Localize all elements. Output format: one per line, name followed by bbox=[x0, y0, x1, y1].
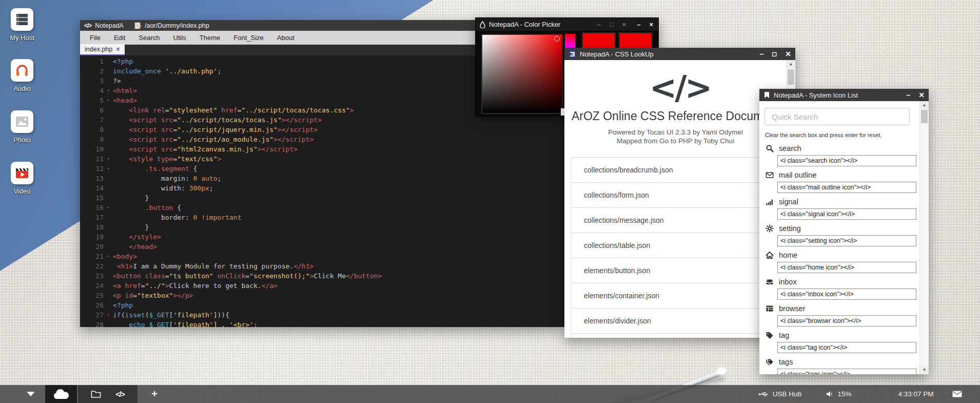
taskbar-cloud-button[interactable] bbox=[45, 385, 77, 403]
code-line[interactable]: 13 margin: 0 auto; bbox=[80, 174, 564, 183]
tab-close-icon[interactable]: × bbox=[116, 46, 120, 53]
code-line[interactable]: 16▾ .button { bbox=[80, 203, 564, 213]
saturation-value-square[interactable] bbox=[481, 34, 563, 114]
css-lookup-title: NotepadA - CSS LookUp bbox=[580, 50, 654, 58]
taskbar-collapse-button[interactable] bbox=[21, 385, 41, 403]
icon-entry-tag: tag bbox=[766, 330, 913, 353]
code-line[interactable]: 12▾ .ts.segment { bbox=[80, 164, 564, 174]
desktop-icon-photo[interactable]: Photo bbox=[0, 110, 44, 144]
icon-code-input[interactable] bbox=[777, 315, 916, 327]
code-line[interactable]: 19 </style> bbox=[80, 232, 564, 242]
lookup-item[interactable]: elements/container.json bbox=[571, 283, 780, 309]
minimize-icon[interactable]: – bbox=[637, 21, 640, 28]
lookup-item[interactable]: collections/form.json bbox=[571, 183, 780, 208]
taskbar-volume-status[interactable]: 15% bbox=[821, 385, 857, 403]
desktop-icon-my-host[interactable]: My Host bbox=[0, 8, 44, 42]
code-line[interactable]: 10 <script src="html2canvas.min.js"></sc… bbox=[80, 144, 564, 154]
icon-code-input[interactable] bbox=[777, 369, 916, 374]
taskbar-clock[interactable]: 4:33:07 PM bbox=[888, 385, 944, 403]
icon-code-input[interactable] bbox=[777, 289, 916, 300]
code-line[interactable]: 9 <script src="../script/ao_module.js"><… bbox=[80, 135, 564, 144]
code-line[interactable]: 23<button class="ts button" onClick="scr… bbox=[80, 271, 564, 281]
scroll-up-icon[interactable]: ▲ bbox=[787, 60, 795, 68]
lookup-item[interactable]: collections/breadcrumb.json bbox=[571, 158, 780, 183]
code-line[interactable]: 25<p id="textbox"></p> bbox=[80, 291, 564, 300]
icon-entry-name: setting bbox=[779, 224, 801, 233]
line-number: 23 bbox=[80, 271, 107, 281]
code-line[interactable]: 21▾<body> bbox=[80, 252, 564, 261]
maximize-icon[interactable]: ◻ bbox=[772, 51, 777, 57]
menu-item-theme[interactable]: Theme bbox=[193, 34, 227, 42]
code-line[interactable]: 8 <script src="../script/jquery.min.js">… bbox=[80, 125, 564, 135]
scrollbar-thumb[interactable] bbox=[788, 69, 794, 85]
code-line[interactable]: 14 width: 300px; bbox=[80, 183, 564, 193]
scroll-up-icon[interactable]: ▲ bbox=[920, 101, 929, 109]
code-line[interactable]: 11▾ <style type="text/css"> bbox=[80, 154, 564, 164]
icon-code-input[interactable] bbox=[777, 155, 916, 166]
fold-marker-icon[interactable]: ▾ bbox=[107, 164, 110, 174]
icon-list-scrollbar[interactable]: ▲ ▼ bbox=[919, 101, 929, 374]
lookup-item[interactable]: elements/divider.json bbox=[571, 309, 780, 334]
lookup-item[interactable]: collections/table.json bbox=[571, 233, 780, 258]
color-picker-titlebar[interactable]: NotepadA - Color Picker – □ × – × bbox=[476, 18, 658, 31]
menu-item-search[interactable]: Search bbox=[132, 34, 166, 42]
code-line[interactable]: 15 } bbox=[80, 193, 564, 203]
close-icon[interactable]: ✕ bbox=[785, 50, 791, 57]
minimize-icon[interactable]: – bbox=[597, 21, 600, 28]
scroll-down-icon[interactable]: ▼ bbox=[920, 366, 929, 374]
fold-marker-icon[interactable]: ▾ bbox=[107, 86, 110, 95]
icon-list-titlebar[interactable]: NotepadA - System Icon List – ✕ bbox=[759, 89, 929, 101]
icon-code-input[interactable] bbox=[777, 262, 916, 273]
fold-marker-icon[interactable]: ▾ bbox=[107, 203, 110, 213]
menu-item-edit[interactable]: Edit bbox=[107, 34, 132, 42]
taskbar-code-editor-button[interactable]: </> bbox=[115, 390, 124, 398]
menu-item-font_size[interactable]: Font_Size bbox=[227, 34, 270, 42]
code-line[interactable]: 20 </head> bbox=[80, 242, 564, 252]
menu-item-utils[interactable]: Utils bbox=[167, 34, 193, 42]
icon-code-input[interactable] bbox=[777, 208, 916, 220]
taskbar-add-button[interactable]: + bbox=[140, 385, 169, 403]
code-line[interactable]: 17 border: 0 !important bbox=[80, 213, 564, 222]
taskbar-usb-status[interactable]: USB Hub bbox=[749, 385, 811, 403]
close-icon[interactable]: ✕ bbox=[918, 91, 925, 99]
minimize-icon[interactable]: – bbox=[906, 91, 910, 99]
color-cursor[interactable] bbox=[554, 36, 560, 42]
scrollbar-thumb[interactable] bbox=[921, 110, 928, 123]
fold-marker-icon[interactable]: ▾ bbox=[107, 95, 110, 105]
quick-search-input[interactable] bbox=[765, 108, 910, 125]
fold-marker-icon[interactable]: ▾ bbox=[107, 310, 110, 320]
fold-marker-icon[interactable]: ▾ bbox=[107, 154, 110, 164]
taskbar: </> + USB Hub 15% 4 bbox=[0, 385, 980, 403]
close-icon[interactable]: × bbox=[649, 21, 653, 28]
desktop-icon-video[interactable]: Video bbox=[0, 162, 44, 195]
line-number: 6 bbox=[80, 105, 107, 115]
menu-item-about[interactable]: About bbox=[270, 34, 301, 42]
lookup-item[interactable]: collections/message.json bbox=[571, 208, 780, 233]
chevron-down-icon bbox=[27, 392, 35, 396]
color-picker-title: NotepadA - Color Picker bbox=[489, 21, 560, 28]
line-number: 21▾ bbox=[80, 252, 107, 261]
taskbar-messages-button[interactable] bbox=[947, 385, 967, 403]
icon-entry-name: mail outline bbox=[779, 171, 816, 179]
code-line[interactable]: 24<a href="../">Click here to get back.<… bbox=[80, 281, 564, 291]
minimize-icon[interactable]: – bbox=[760, 50, 764, 57]
desktop-icon-audio[interactable]: Audio bbox=[0, 59, 44, 92]
maximize-icon[interactable]: □ bbox=[610, 21, 614, 28]
icon-code-input[interactable] bbox=[777, 182, 916, 193]
server-icon bbox=[11, 8, 33, 31]
css-lookup-titlebar[interactable]: NotepadA - CSS LookUp – ◻ ✕ bbox=[564, 48, 795, 60]
icon-code-input[interactable] bbox=[777, 235, 916, 246]
menu-item-file[interactable]: File bbox=[83, 34, 107, 42]
code-line[interactable]: 22 <h1>I am a Dummy Module for testing p… bbox=[80, 261, 564, 271]
icon-code-input[interactable] bbox=[777, 342, 916, 353]
tab-index-php[interactable]: index.php × bbox=[80, 44, 125, 55]
code-line[interactable]: 18 } bbox=[80, 222, 564, 232]
code-line[interactable]: 27▾if(isset($_GET['filepath'])){ bbox=[80, 310, 564, 320]
code-line[interactable]: 28 echo $_GET['filepath'] . '<br>'; bbox=[80, 320, 564, 327]
taskbar-file-manager-button[interactable] bbox=[91, 390, 101, 398]
code-logo-icon: </> bbox=[569, 67, 791, 108]
fold-marker-icon[interactable]: ▾ bbox=[107, 252, 110, 261]
lookup-item[interactable]: elements/button.json bbox=[571, 258, 780, 283]
code-line[interactable]: 26<?php bbox=[80, 300, 564, 310]
close-icon[interactable]: × bbox=[622, 21, 626, 28]
